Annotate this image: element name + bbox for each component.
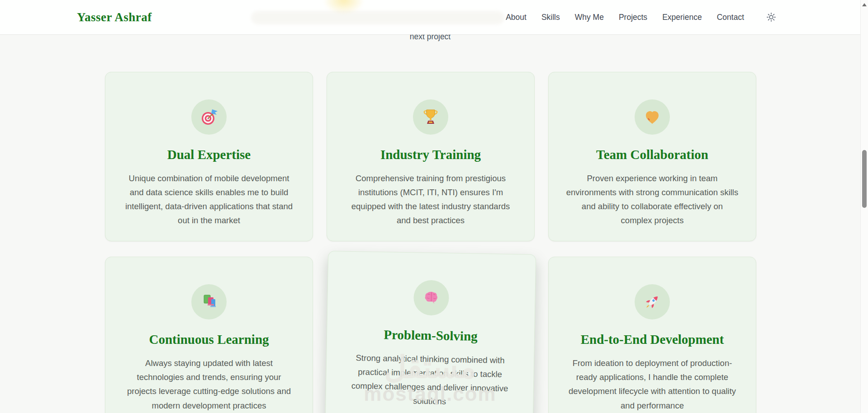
nav-link-contact[interactable]: Contact bbox=[717, 13, 744, 22]
card-description: Proven experience working in team enviro… bbox=[566, 171, 739, 227]
card-icon-circle bbox=[413, 280, 449, 316]
nav-link-why-me[interactable]: Why Me bbox=[575, 13, 604, 22]
card-icon-circle bbox=[635, 284, 670, 319]
card-icon-circle bbox=[191, 284, 227, 319]
card-description: Always staying updated with latest techn… bbox=[123, 356, 295, 412]
main-nav: About Skills Why Me Projects Experience … bbox=[506, 10, 778, 24]
trophy-icon bbox=[421, 108, 440, 127]
card-problem-solving: Problem-Solving Strong analytical thinki… bbox=[325, 251, 536, 413]
nav-link-experience[interactable]: Experience bbox=[662, 13, 702, 22]
card-title: End-to-End Development bbox=[566, 332, 739, 347]
card-dual-expertise: Dual Expertise Unique combination of mob… bbox=[105, 72, 313, 241]
card-continuous-learning: Continuous Learning Always staying updat… bbox=[105, 257, 313, 413]
vertical-scrollbar[interactable] bbox=[860, 0, 868, 413]
books-icon bbox=[199, 292, 218, 311]
brain-icon bbox=[422, 288, 441, 308]
card-icon-circle bbox=[635, 99, 670, 135]
card-title: Dual Expertise bbox=[123, 147, 295, 162]
card-title: Problem-Solving bbox=[344, 327, 517, 345]
card-team-collaboration: Team Collaboration Proven experience wor… bbox=[548, 72, 756, 241]
nav-link-about[interactable]: About bbox=[506, 13, 526, 22]
card-description: Unique combination of mobile development… bbox=[123, 171, 295, 227]
card-description: Strong analytical thinking combined with… bbox=[343, 351, 517, 410]
scrollbar-thumb[interactable] bbox=[862, 150, 867, 208]
card-description: Comprehensive training from prestigious … bbox=[344, 171, 517, 227]
nav-link-skills[interactable]: Skills bbox=[541, 13, 560, 22]
card-title: Industry Training bbox=[344, 147, 517, 162]
target-icon bbox=[199, 108, 218, 127]
blurred-emoji-glow bbox=[323, 0, 364, 14]
scroll-up-arrow-icon[interactable] bbox=[862, 3, 867, 6]
nav-link-projects[interactable]: Projects bbox=[619, 13, 647, 22]
card-icon-circle bbox=[191, 99, 227, 135]
card-description: From ideation to deployment of productio… bbox=[566, 356, 739, 412]
handshake-icon bbox=[643, 108, 662, 127]
card-end-to-end-development: End-to-End Development From ideation to … bbox=[548, 257, 756, 413]
rocket-icon bbox=[643, 292, 662, 311]
card-title: Continuous Learning bbox=[123, 332, 295, 347]
card-icon-circle bbox=[413, 99, 448, 135]
site-header: Yasser Ashraf About Skills Why Me Projec… bbox=[0, 0, 860, 35]
theme-toggle-button[interactable] bbox=[764, 10, 778, 24]
why-me-cards-grid: Dual Expertise Unique combination of mob… bbox=[105, 72, 756, 413]
sun-icon bbox=[766, 12, 776, 22]
card-title: Team Collaboration bbox=[566, 147, 739, 162]
blurred-background-content bbox=[251, 11, 504, 24]
card-industry-training: Industry Training Comprehensive training… bbox=[327, 72, 535, 241]
brand-logo[interactable]: Yasser Ashraf bbox=[77, 10, 152, 24]
